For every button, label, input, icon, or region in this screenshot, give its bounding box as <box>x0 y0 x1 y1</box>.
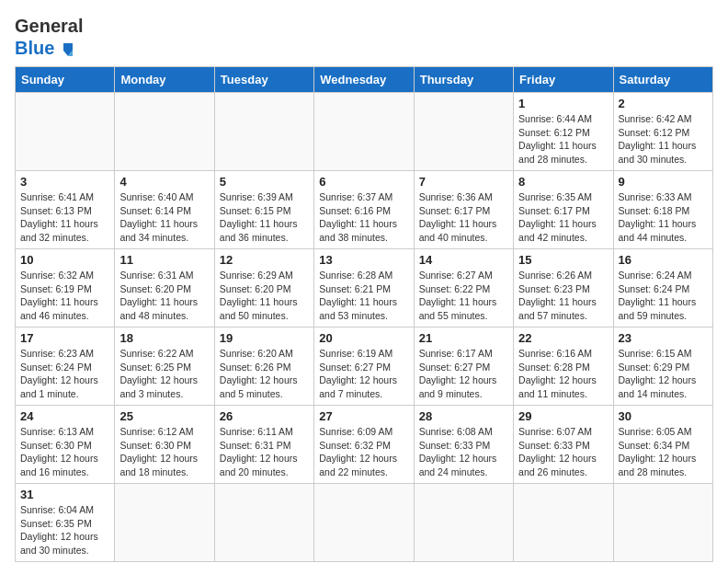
calendar-cell: 27Sunrise: 6:09 AM Sunset: 6:32 PM Dayli… <box>314 406 414 484</box>
day-number: 16 <box>619 253 708 267</box>
day-number: 6 <box>319 175 408 189</box>
day-info: Sunrise: 6:35 AM Sunset: 6:17 PM Dayligh… <box>518 190 608 245</box>
calendar-cell: 9Sunrise: 6:33 AM Sunset: 6:18 PM Daylig… <box>613 171 712 249</box>
day-info: Sunrise: 6:04 AM Sunset: 6:35 PM Dayligh… <box>20 503 109 557</box>
day-info: Sunrise: 6:28 AM Sunset: 6:21 PM Dayligh… <box>319 269 408 323</box>
day-number: 8 <box>518 175 608 189</box>
calendar-cell <box>314 484 414 562</box>
day-info: Sunrise: 6:26 AM Sunset: 6:23 PM Dayligh… <box>518 269 608 323</box>
calendar-cell <box>414 484 513 562</box>
calendar-week-row: 3Sunrise: 6:41 AM Sunset: 6:13 PM Daylig… <box>16 171 713 249</box>
logo-text: General Blue <box>15 15 83 59</box>
day-number: 9 <box>619 175 708 189</box>
day-info: Sunrise: 6:33 AM Sunset: 6:18 PM Dayligh… <box>619 190 708 245</box>
day-number: 10 <box>20 253 109 267</box>
calendar-cell <box>414 93 513 171</box>
calendar-cell: 31Sunrise: 6:04 AM Sunset: 6:35 PM Dayli… <box>16 484 115 562</box>
calendar-cell: 4Sunrise: 6:40 AM Sunset: 6:14 PM Daylig… <box>115 171 214 249</box>
day-number: 28 <box>419 409 508 423</box>
calendar-cell <box>613 484 712 562</box>
calendar-cell <box>115 484 214 562</box>
day-info: Sunrise: 6:36 AM Sunset: 6:17 PM Dayligh… <box>419 190 508 245</box>
day-number: 14 <box>419 253 508 267</box>
day-info: Sunrise: 6:32 AM Sunset: 6:19 PM Dayligh… <box>20 269 109 323</box>
weekday-header-wednesday: Wednesday <box>314 67 414 93</box>
day-number: 12 <box>220 253 309 267</box>
calendar-cell: 30Sunrise: 6:05 AM Sunset: 6:34 PM Dayli… <box>613 406 712 484</box>
weekday-header-thursday: Thursday <box>414 67 513 93</box>
calendar-cell <box>214 93 313 171</box>
calendar-cell: 24Sunrise: 6:13 AM Sunset: 6:30 PM Dayli… <box>16 406 115 484</box>
calendar-cell <box>514 484 613 562</box>
calendar-week-row: 1Sunrise: 6:44 AM Sunset: 6:12 PM Daylig… <box>16 93 713 171</box>
calendar-cell: 6Sunrise: 6:37 AM Sunset: 6:16 PM Daylig… <box>314 171 414 249</box>
day-info: Sunrise: 6:42 AM Sunset: 6:12 PM Dayligh… <box>619 112 708 167</box>
day-number: 2 <box>619 97 708 110</box>
calendar-cell: 29Sunrise: 6:07 AM Sunset: 6:33 PM Dayli… <box>514 406 613 484</box>
day-info: Sunrise: 6:15 AM Sunset: 6:29 PM Dayligh… <box>619 347 708 401</box>
calendar-cell: 21Sunrise: 6:17 AM Sunset: 6:27 PM Dayli… <box>414 327 513 406</box>
day-info: Sunrise: 6:31 AM Sunset: 6:20 PM Dayligh… <box>119 269 209 323</box>
calendar-cell: 10Sunrise: 6:32 AM Sunset: 6:19 PM Dayli… <box>16 249 115 327</box>
calendar-week-row: 17Sunrise: 6:23 AM Sunset: 6:24 PM Dayli… <box>16 327 713 406</box>
calendar-cell: 8Sunrise: 6:35 AM Sunset: 6:17 PM Daylig… <box>514 171 613 249</box>
weekday-header-row: SundayMondayTuesdayWednesdayThursdayFrid… <box>16 67 713 93</box>
calendar-week-row: 24Sunrise: 6:13 AM Sunset: 6:30 PM Dayli… <box>16 406 713 484</box>
page-header: General Blue <box>15 15 713 59</box>
calendar-week-row: 31Sunrise: 6:04 AM Sunset: 6:35 PM Dayli… <box>16 484 713 562</box>
calendar-cell: 14Sunrise: 6:27 AM Sunset: 6:22 PM Dayli… <box>414 249 513 327</box>
calendar-cell: 11Sunrise: 6:31 AM Sunset: 6:20 PM Dayli… <box>115 249 214 327</box>
calendar-cell: 20Sunrise: 6:19 AM Sunset: 6:27 PM Dayli… <box>314 327 414 406</box>
day-number: 25 <box>119 409 209 423</box>
weekday-header-monday: Monday <box>115 67 214 93</box>
day-number: 21 <box>419 331 508 345</box>
day-number: 4 <box>119 175 209 189</box>
calendar-cell: 23Sunrise: 6:15 AM Sunset: 6:29 PM Dayli… <box>613 327 712 406</box>
calendar-cell: 12Sunrise: 6:29 AM Sunset: 6:20 PM Dayli… <box>214 249 313 327</box>
calendar-cell: 13Sunrise: 6:28 AM Sunset: 6:21 PM Dayli… <box>314 249 414 327</box>
calendar-cell: 17Sunrise: 6:23 AM Sunset: 6:24 PM Dayli… <box>16 327 115 406</box>
day-info: Sunrise: 6:44 AM Sunset: 6:12 PM Dayligh… <box>518 112 608 167</box>
calendar-table: SundayMondayTuesdayWednesdayThursdayFrid… <box>15 66 713 562</box>
day-number: 22 <box>518 331 608 345</box>
calendar-cell: 18Sunrise: 6:22 AM Sunset: 6:25 PM Dayli… <box>115 327 214 406</box>
day-info: Sunrise: 6:27 AM Sunset: 6:22 PM Dayligh… <box>419 269 508 323</box>
day-number: 24 <box>20 409 109 423</box>
day-number: 17 <box>20 331 109 345</box>
calendar-cell: 19Sunrise: 6:20 AM Sunset: 6:26 PM Dayli… <box>214 327 313 406</box>
day-number: 23 <box>619 331 708 345</box>
day-number: 11 <box>119 253 209 267</box>
day-info: Sunrise: 6:11 AM Sunset: 6:31 PM Dayligh… <box>220 425 309 479</box>
day-info: Sunrise: 6:07 AM Sunset: 6:33 PM Dayligh… <box>518 425 608 479</box>
day-info: Sunrise: 6:16 AM Sunset: 6:28 PM Dayligh… <box>518 347 608 401</box>
day-number: 7 <box>419 175 508 189</box>
day-number: 13 <box>319 253 408 267</box>
day-info: Sunrise: 6:13 AM Sunset: 6:30 PM Dayligh… <box>20 425 109 479</box>
calendar-cell: 5Sunrise: 6:39 AM Sunset: 6:15 PM Daylig… <box>214 171 313 249</box>
day-number: 18 <box>119 331 209 345</box>
weekday-header-saturday: Saturday <box>613 67 712 93</box>
calendar-cell: 2Sunrise: 6:42 AM Sunset: 6:12 PM Daylig… <box>613 93 712 171</box>
day-info: Sunrise: 6:23 AM Sunset: 6:24 PM Dayligh… <box>20 347 109 401</box>
day-number: 15 <box>518 253 608 267</box>
day-info: Sunrise: 6:12 AM Sunset: 6:30 PM Dayligh… <box>119 425 209 479</box>
day-number: 31 <box>20 488 109 501</box>
calendar-cell <box>214 484 313 562</box>
calendar-cell: 25Sunrise: 6:12 AM Sunset: 6:30 PM Dayli… <box>115 406 214 484</box>
weekday-header-friday: Friday <box>514 67 613 93</box>
calendar-cell: 28Sunrise: 6:08 AM Sunset: 6:33 PM Dayli… <box>414 406 513 484</box>
calendar-cell <box>115 93 214 171</box>
calendar-cell: 15Sunrise: 6:26 AM Sunset: 6:23 PM Dayli… <box>514 249 613 327</box>
day-info: Sunrise: 6:29 AM Sunset: 6:20 PM Dayligh… <box>220 269 309 323</box>
calendar-cell: 22Sunrise: 6:16 AM Sunset: 6:28 PM Dayli… <box>514 327 613 406</box>
weekday-header-tuesday: Tuesday <box>214 67 313 93</box>
calendar-cell: 7Sunrise: 6:36 AM Sunset: 6:17 PM Daylig… <box>414 171 513 249</box>
calendar-cell <box>314 93 414 171</box>
day-info: Sunrise: 6:41 AM Sunset: 6:13 PM Dayligh… <box>20 190 109 245</box>
calendar-cell: 16Sunrise: 6:24 AM Sunset: 6:24 PM Dayli… <box>613 249 712 327</box>
day-info: Sunrise: 6:19 AM Sunset: 6:27 PM Dayligh… <box>319 347 408 401</box>
day-number: 20 <box>319 331 408 345</box>
calendar-week-row: 10Sunrise: 6:32 AM Sunset: 6:19 PM Dayli… <box>16 249 713 327</box>
day-info: Sunrise: 6:24 AM Sunset: 6:24 PM Dayligh… <box>619 269 708 323</box>
calendar-cell: 1Sunrise: 6:44 AM Sunset: 6:12 PM Daylig… <box>514 93 613 171</box>
